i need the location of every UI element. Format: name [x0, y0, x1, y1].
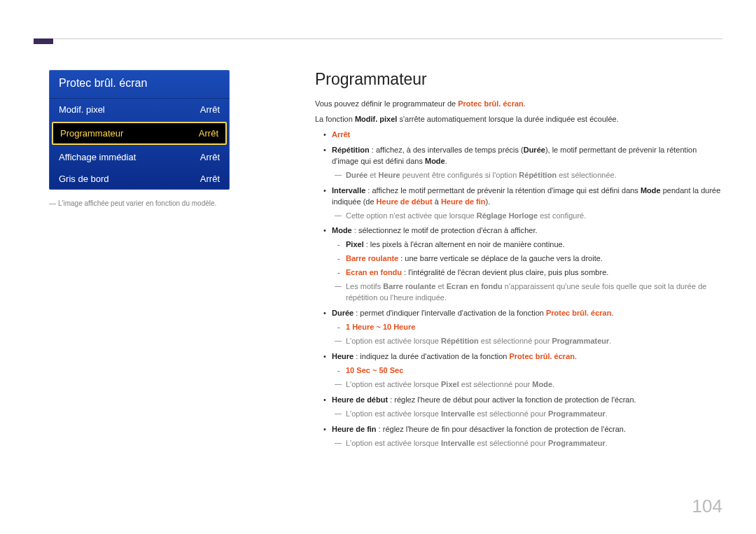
osd-menu-panel: Protec brûl. écran Modif. pixel Arrêt Pr…	[49, 70, 230, 190]
bullet-repetition: Répétition : affichez, à des intervalles…	[315, 145, 722, 181]
osd-item-value: Arrêt	[200, 104, 220, 115]
note-heure: L'option est activée lorsque Pixel est s…	[332, 379, 722, 391]
header-accent	[34, 38, 53, 44]
note-heure-fin: L'option est activée lorsque Intervalle …	[332, 438, 722, 449]
bullet-list: Arrêt Répétition : affichez, à des inter…	[315, 129, 722, 449]
sub-duree-range: 1 Heure ~ 10 Heure	[332, 322, 722, 333]
heure-sublist: 10 Sec ~ 50 Sec	[332, 365, 722, 377]
osd-menu-item-gris-de-bord[interactable]: Gris de bord Arrêt	[49, 168, 230, 190]
sub-heure-range: 10 Sec ~ 50 Sec	[332, 365, 722, 377]
osd-item-value: Arrêt	[200, 152, 220, 162]
left-column: Protec brûl. écran Modif. pixel Arrêt Pr…	[49, 70, 245, 207]
note-intervalle: Cette option n'est activée que lorsque R…	[332, 211, 722, 222]
note-duree: L'option est activée lorsque Répétition …	[332, 336, 722, 347]
osd-item-label: Modif. pixel	[59, 104, 105, 115]
bullet-heure-fin: Heure de fin : réglez l'heure de fin pou…	[315, 424, 722, 449]
bullet-duree: Durée : permet d'indiquer l'intervalle d…	[315, 308, 722, 347]
osd-menu-item-programmateur[interactable]: Programmateur Arrêt	[52, 122, 227, 145]
page-number: 104	[692, 496, 722, 517]
sub-pixel: Pixel : les pixels à l'écran alternent e…	[332, 239, 722, 251]
sub-ecran-fondu: Ecran en fondu : l'intégralité de l'écra…	[332, 267, 722, 279]
menu-caption: ―L'image affichée peut varier en fonctio…	[49, 199, 245, 207]
header-rule	[34, 38, 722, 39]
osd-menu-item-modif-pixel[interactable]: Modif. pixel Arrêt	[49, 99, 230, 120]
intro-line-2: La fonction Modif. pixel s'arrête automa…	[315, 114, 722, 125]
osd-item-label: Programmateur	[60, 128, 123, 139]
duree-sublist: 1 Heure ~ 10 Heure	[332, 322, 722, 333]
caption-dash: ―	[49, 199, 56, 207]
note-mode: Les motifs Barre roulante et Ecran en fo…	[332, 281, 722, 304]
content-column: Programmateur Vous pouvez définir le pro…	[315, 70, 722, 449]
osd-menu-title: Protec brûl. écran	[49, 70, 230, 99]
note-repetition: Durée et Heure peuvent être configurés s…	[332, 170, 722, 181]
bullet-heure-debut: Heure de début : réglez l'heure de début…	[315, 395, 722, 420]
page-body: Protec brûl. écran Modif. pixel Arrêt Pr…	[49, 70, 722, 453]
osd-item-label: Gris de bord	[59, 174, 109, 184]
mode-sublist: Pixel : les pixels à l'écran alternent e…	[332, 239, 722, 279]
bullet-arret: Arrêt	[315, 129, 722, 141]
section-heading: Programmateur	[315, 70, 722, 89]
sub-barre-roulante: Barre roulante : une barre verticale se …	[332, 253, 722, 265]
intro-block: Vous pouvez définir le programmateur de …	[315, 99, 722, 125]
bullet-mode: Mode : sélectionnez le motif de protecti…	[315, 225, 722, 304]
bullet-heure: Heure : indiquez la durée d'activation d…	[315, 351, 722, 391]
bullet-intervalle: Intervalle : affichez le motif permettan…	[315, 185, 722, 222]
intro-line-1: Vous pouvez définir le programmateur de …	[315, 99, 722, 110]
note-heure-debut: L'option est activée lorsque Intervalle …	[332, 409, 722, 420]
osd-menu-item-affichage-immediat[interactable]: Affichage immédiat Arrêt	[49, 146, 230, 168]
osd-item-label: Affichage immédiat	[59, 152, 136, 162]
osd-item-value: Arrêt	[199, 128, 218, 139]
osd-item-value: Arrêt	[200, 174, 220, 184]
caption-text: L'image affichée peut varier en fonction…	[58, 199, 216, 207]
